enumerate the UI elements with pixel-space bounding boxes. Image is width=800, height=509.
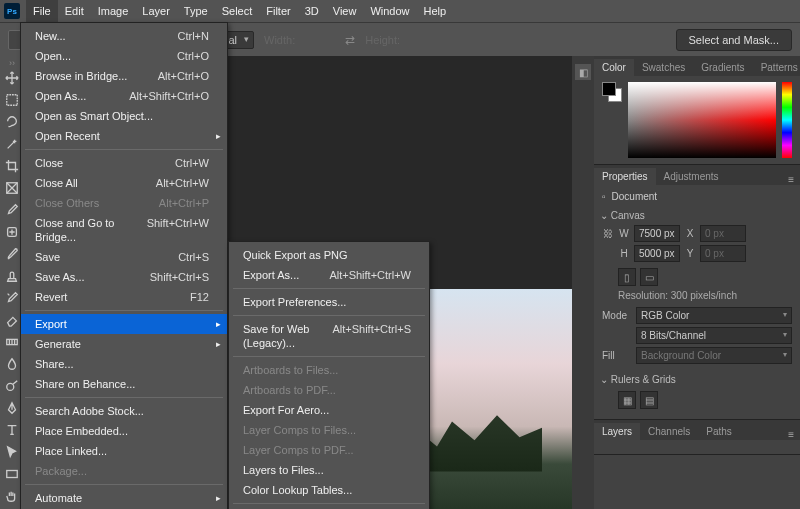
file-menu-item-share-on-behance[interactable]: Share on Behance... <box>21 374 227 394</box>
rulers-section[interactable]: Rulers & Grids <box>600 374 792 385</box>
color-tab-color[interactable]: Color <box>594 59 634 76</box>
orientation-portrait-button[interactable]: ▯ <box>618 268 636 286</box>
mode-label: Mode <box>602 310 630 321</box>
layers-panel-menu-icon[interactable]: ≡ <box>782 429 800 440</box>
file-menu-item-place-embedded[interactable]: Place Embedded... <box>21 421 227 441</box>
export-submenu: Quick Export as PNGExport As...Alt+Shift… <box>228 241 430 509</box>
export-menu-item-export-for-aero[interactable]: Export For Aero... <box>229 400 429 420</box>
file-menu-item-browse-in-bridge[interactable]: Browse in Bridge...Alt+Ctrl+O <box>21 66 227 86</box>
healing-brush-tool[interactable] <box>2 222 22 242</box>
export-menu-item-artboards-to-pdf: Artboards to PDF... <box>229 380 429 400</box>
file-menu-item-open[interactable]: Open...Ctrl+O <box>21 46 227 66</box>
width-label: Width: <box>264 34 295 46</box>
file-menu-item-close-and-go-to-bridge[interactable]: Close and Go to Bridge...Shift+Ctrl+W <box>21 213 227 247</box>
lasso-tool[interactable] <box>2 112 22 132</box>
color-spectrum[interactable] <box>628 82 776 158</box>
canvas-section[interactable]: Canvas <box>600 210 792 221</box>
move-tool[interactable] <box>2 68 22 88</box>
H-label: H <box>618 248 630 259</box>
menu-help[interactable]: Help <box>417 0 454 22</box>
file-menu-item-close[interactable]: CloseCtrl+W <box>21 153 227 173</box>
fill-select[interactable]: Background Color <box>636 347 792 364</box>
file-menu-item-search-adobe-stock[interactable]: Search Adobe Stock... <box>21 401 227 421</box>
swap-wh-icon[interactable]: ⇄ <box>345 33 355 47</box>
pen-tool[interactable] <box>2 398 22 418</box>
path-select-tool[interactable] <box>2 442 22 462</box>
export-menu-item-layers-to-files[interactable]: Layers to Files... <box>229 460 429 480</box>
menu-filter[interactable]: Filter <box>259 0 297 22</box>
select-and-mask-button[interactable]: Select and Mask... <box>676 29 793 51</box>
history-brush-tool[interactable] <box>2 288 22 308</box>
toolbox-grip[interactable]: ›› <box>9 60 15 66</box>
hue-strip[interactable] <box>782 82 792 158</box>
file-menu-item-save-as[interactable]: Save As...Shift+Ctrl+S <box>21 267 227 287</box>
orientation-landscape-button[interactable]: ▭ <box>640 268 658 286</box>
menu-edit[interactable]: Edit <box>58 0 91 22</box>
menu-view[interactable]: View <box>326 0 364 22</box>
link-wh-icon[interactable]: ⛓ <box>602 228 614 239</box>
export-menu-item-export-as[interactable]: Export As...Alt+Shift+Ctrl+W <box>229 265 429 285</box>
layers-tab-layers[interactable]: Layers <box>594 423 640 440</box>
frame-tool[interactable] <box>2 178 22 198</box>
file-menu-item-automate[interactable]: Automate <box>21 488 227 508</box>
app-logo: Ps <box>4 3 20 19</box>
mode-select[interactable]: RGB Color <box>636 307 792 324</box>
dock-icon[interactable]: ◧ <box>575 64 591 80</box>
file-menu-item-open-as-smart-object[interactable]: Open as Smart Object... <box>21 106 227 126</box>
hand-tool[interactable] <box>2 486 22 506</box>
fg-bg-swatch[interactable] <box>602 82 622 102</box>
file-menu-item-export[interactable]: Export <box>21 314 227 334</box>
menu-3d[interactable]: 3D <box>298 0 326 22</box>
bits-select[interactable]: 8 Bits/Channel <box>636 327 792 344</box>
layers-tab-paths[interactable]: Paths <box>698 423 740 440</box>
file-menu-item-revert[interactable]: RevertF12 <box>21 287 227 307</box>
color-tab-gradients[interactable]: Gradients <box>693 59 752 76</box>
file-menu-item-new[interactable]: New...Ctrl+N <box>21 26 227 46</box>
export-menu-item-save-for-web-legacy[interactable]: Save for Web (Legacy)...Alt+Shift+Ctrl+S <box>229 319 429 353</box>
rulers-icon-1[interactable]: ▦ <box>618 391 636 409</box>
layers-tab-channels[interactable]: Channels <box>640 423 698 440</box>
rulers-icon-2[interactable]: ▤ <box>640 391 658 409</box>
export-menu-item-quick-export-as-png[interactable]: Quick Export as PNG <box>229 245 429 265</box>
width-input[interactable]: 7500 px <box>634 225 680 242</box>
eraser-tool[interactable] <box>2 310 22 330</box>
crop-tool[interactable] <box>2 156 22 176</box>
menu-select[interactable]: Select <box>215 0 260 22</box>
menu-type[interactable]: Type <box>177 0 215 22</box>
menu-layer[interactable]: Layer <box>135 0 177 22</box>
eyedropper-tool[interactable] <box>2 200 22 220</box>
file-menu-item-place-linked[interactable]: Place Linked... <box>21 441 227 461</box>
file-menu-item-share[interactable]: Share... <box>21 354 227 374</box>
right-panel-column: ◧ ColorSwatchesGradientsPatterns≡ Proper… <box>572 56 800 509</box>
marquee-tool[interactable] <box>2 90 22 110</box>
properties-tab-properties[interactable]: Properties <box>594 168 656 185</box>
menu-file[interactable]: File <box>26 0 58 22</box>
gradient-tool[interactable] <box>2 332 22 352</box>
color-tab-patterns[interactable]: Patterns <box>753 59 800 76</box>
menu-image[interactable]: Image <box>91 0 136 22</box>
file-menu-item-generate[interactable]: Generate <box>21 334 227 354</box>
menubar: Ps FileEditImageLayerTypeSelectFilter3DV… <box>0 0 800 22</box>
brush-tool[interactable] <box>2 244 22 264</box>
file-menu-item-open-recent[interactable]: Open Recent <box>21 126 227 146</box>
dodge-tool[interactable] <box>2 376 22 396</box>
color-tab-swatches[interactable]: Swatches <box>634 59 693 76</box>
type-tool[interactable] <box>2 420 22 440</box>
export-menu-item-color-lookup-tables[interactable]: Color Lookup Tables... <box>229 480 429 500</box>
export-menu-item-export-preferences[interactable]: Export Preferences... <box>229 292 429 312</box>
menu-window[interactable]: Window <box>363 0 416 22</box>
color-panel: ColorSwatchesGradientsPatterns≡ <box>594 56 800 165</box>
file-menu-item-open-as[interactable]: Open As...Alt+Shift+Ctrl+O <box>21 86 227 106</box>
properties-panel-menu-icon[interactable]: ≡ <box>782 174 800 185</box>
height-input[interactable]: 5000 px <box>634 245 680 262</box>
file-menu-item-save[interactable]: SaveCtrl+S <box>21 247 227 267</box>
clone-stamp-tool[interactable] <box>2 266 22 286</box>
Y-label: Y <box>684 248 696 259</box>
magic-wand-tool[interactable] <box>2 134 22 154</box>
properties-tab-adjustments[interactable]: Adjustments <box>656 168 727 185</box>
file-menu-item-close-all[interactable]: Close AllAlt+Ctrl+W <box>21 173 227 193</box>
blur-tool[interactable] <box>2 354 22 374</box>
properties-doc-label: Document <box>612 191 658 202</box>
resolution-label: Resolution: 300 pixels/inch <box>618 290 792 301</box>
rectangle-tool[interactable] <box>2 464 22 484</box>
